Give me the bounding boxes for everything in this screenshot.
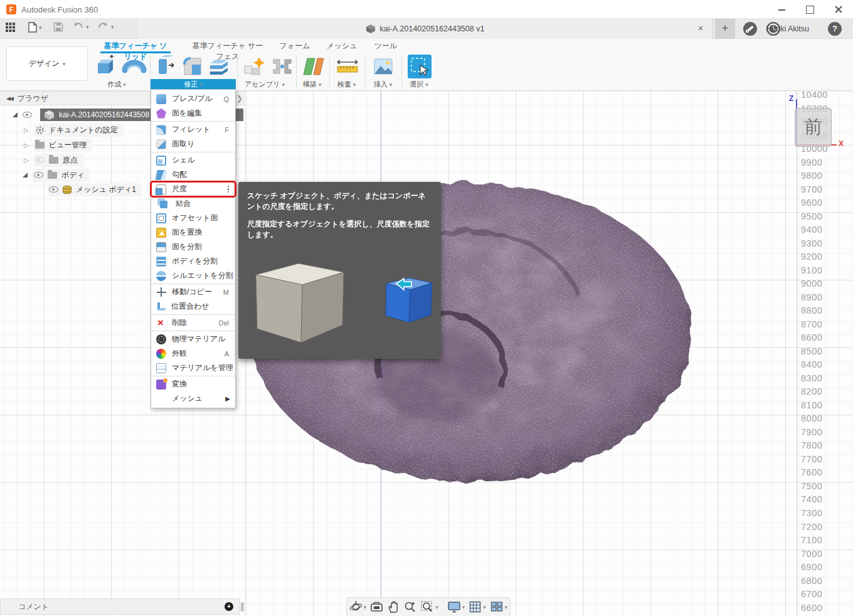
maximize-button[interactable] — [800, 0, 819, 19]
gear-icon — [35, 125, 45, 135]
ruler-value: 9500 — [801, 210, 845, 224]
save-button[interactable] — [53, 22, 63, 32]
menu-item-offset-face[interactable]: オフセット面 — [151, 211, 235, 225]
visibility-eye-icon[interactable] — [49, 186, 58, 193]
options-dots-icon[interactable] — [228, 186, 232, 193]
close-window-button[interactable] — [829, 0, 848, 19]
view-cube[interactable]: 前 — [795, 108, 832, 147]
menu-item-convert[interactable]: 変換 — [151, 377, 235, 391]
tree-row-bodies[interactable]: ボディ — [23, 169, 90, 181]
tooltip-line2: 尺度指定するオブジェクトを選択し、尺度係数を指定します。 — [247, 219, 432, 241]
tree-row-view-management[interactable]: ▷ ビュー管理 — [24, 139, 92, 151]
comment-bar-grip[interactable] — [241, 602, 244, 612]
new-document-tab-button[interactable]: + — [715, 19, 735, 39]
menu-item-scale[interactable]: 尺度 — [151, 182, 235, 196]
construction-plane-icon[interactable] — [301, 55, 327, 78]
menu-item-align[interactable]: 位置合わせ — [151, 299, 235, 314]
fit-button[interactable] — [420, 600, 438, 613]
look-at-button[interactable] — [370, 600, 383, 613]
select-group-label[interactable]: 選択 — [395, 79, 443, 90]
document-tab[interactable]: kai-A.20140205162443508 v1 × — [138, 19, 713, 39]
create-group-label[interactable]: 作成 — [92, 79, 142, 90]
app-grid-button[interactable] — [5, 22, 16, 33]
navigation-bar — [346, 597, 511, 616]
menu-item-delete[interactable]: 削除Del — [151, 316, 235, 330]
expanded-arrow-icon[interactable] — [13, 112, 18, 117]
menu-item-physical-material[interactable]: 物理マテリアル — [151, 332, 235, 346]
tree-row-mesh-body[interactable]: メッシュ ボディ1 — [48, 183, 141, 196]
measure-icon[interactable] — [335, 55, 360, 78]
menu-item-draft[interactable]: 勾配 — [151, 167, 235, 182]
grid-settings-button[interactable] — [469, 600, 486, 613]
tab-form[interactable]: フォーム — [274, 41, 315, 53]
new-component-icon[interactable] — [242, 55, 267, 78]
split-body-icon[interactable] — [207, 55, 231, 78]
ruler-value: 9900 — [801, 156, 845, 170]
tab-mesh[interactable]: メッシュ — [321, 41, 363, 53]
insert-image-icon[interactable] — [371, 55, 395, 78]
viewports-button[interactable] — [490, 600, 508, 613]
menu-item-shell[interactable]: シェル — [151, 153, 235, 167]
display-settings-button[interactable] — [447, 600, 465, 613]
offset-face-icon — [156, 213, 166, 223]
panel-flyout-icon[interactable]: ❯ — [236, 94, 243, 103]
workspace-selector[interactable]: デザイン — [6, 46, 88, 81]
job-status-button[interactable] — [743, 22, 757, 36]
extrude-icon[interactable] — [93, 55, 118, 78]
menu-item-edit-face[interactable]: 面を編集 — [151, 106, 235, 120]
menu-item-fillet[interactable]: フィレットF — [151, 122, 235, 137]
joint-icon[interactable] — [270, 55, 295, 78]
folder-icon — [35, 142, 45, 149]
visibility-off-eye-icon[interactable] — [35, 157, 45, 163]
select-icon[interactable] — [408, 55, 432, 78]
tab-solid[interactable]: 基準フィーチャ ソリッド — [100, 41, 171, 53]
visibility-eye-icon[interactable] — [34, 172, 43, 178]
assembly-group-label[interactable]: アセンブリ — [233, 79, 296, 90]
ruler-value: 8700 — [801, 318, 845, 332]
menu-item-chamfer[interactable]: 面取り — [151, 137, 235, 151]
help-button[interactable]: ? — [828, 22, 842, 36]
orbit-button[interactable] — [349, 600, 367, 613]
view-cube-front-face[interactable]: 前 — [804, 115, 822, 140]
construct-group-icons — [301, 54, 327, 79]
tab-tools[interactable]: ツール — [367, 41, 405, 53]
appearance-wheel-icon — [156, 349, 166, 359]
menu-item-combine[interactable]: 結合 — [151, 196, 235, 211]
menu-item-split-face[interactable]: 面を分割 — [151, 240, 235, 254]
menu-item-split-silhouette[interactable]: シルエットを分割 — [151, 268, 235, 283]
undo-button[interactable] — [72, 22, 89, 31]
edit-face-icon — [156, 109, 166, 119]
pan-button[interactable] — [387, 600, 400, 613]
tab-surface[interactable]: 基準フィーチャ サーフェス — [190, 41, 265, 53]
menu-item-mesh-submenu[interactable]: メッシュ▶ — [151, 391, 235, 406]
menu-item-move-copy[interactable]: 移動/コピーM — [151, 285, 235, 299]
ruler-value: 7900 — [801, 426, 845, 440]
menu-item-appearance[interactable]: 外観A — [151, 346, 235, 361]
menu-item-press-pull[interactable]: プレス/プルQ — [151, 92, 235, 106]
fillet-icon[interactable] — [181, 55, 204, 78]
menu-item-manage-materials[interactable]: マテリアルを管理 — [151, 361, 235, 375]
tree-row-document-settings[interactable]: ▷ ドキュメントの設定 — [24, 124, 123, 136]
menu-item-replace-face[interactable]: 面を置換 — [151, 225, 235, 240]
convert-icon — [156, 380, 166, 390]
collapsed-arrow-icon[interactable]: ▷ — [24, 142, 29, 149]
redo-button[interactable] — [97, 22, 114, 31]
fillet-icon — [156, 125, 166, 135]
visibility-eye-icon[interactable] — [23, 112, 32, 118]
waffle-icon — [5, 22, 16, 33]
file-menu-button[interactable] — [28, 22, 42, 33]
collapsed-arrow-icon[interactable]: ▷ — [24, 157, 29, 164]
revolve-icon[interactable] — [120, 55, 148, 78]
expanded-arrow-icon[interactable] — [23, 173, 28, 178]
collapse-panel-icon[interactable]: ◀◀ — [6, 95, 13, 102]
tree-row-origin[interactable]: ▷ 原点 — [24, 154, 83, 166]
menu-item-split-body[interactable]: ボディを分割 — [151, 254, 235, 268]
add-comment-icon[interactable]: + — [225, 602, 233, 611]
collapsed-arrow-icon[interactable]: ▷ — [24, 127, 29, 134]
zoom-button[interactable] — [403, 600, 416, 613]
close-document-icon[interactable]: × — [694, 22, 707, 35]
minimize-button[interactable] — [773, 0, 792, 19]
comment-bar[interactable]: コメント + — [0, 598, 240, 615]
press-pull-icon[interactable] — [154, 55, 178, 78]
user-name[interactable]: Hiroki Akitsu — [766, 24, 809, 33]
